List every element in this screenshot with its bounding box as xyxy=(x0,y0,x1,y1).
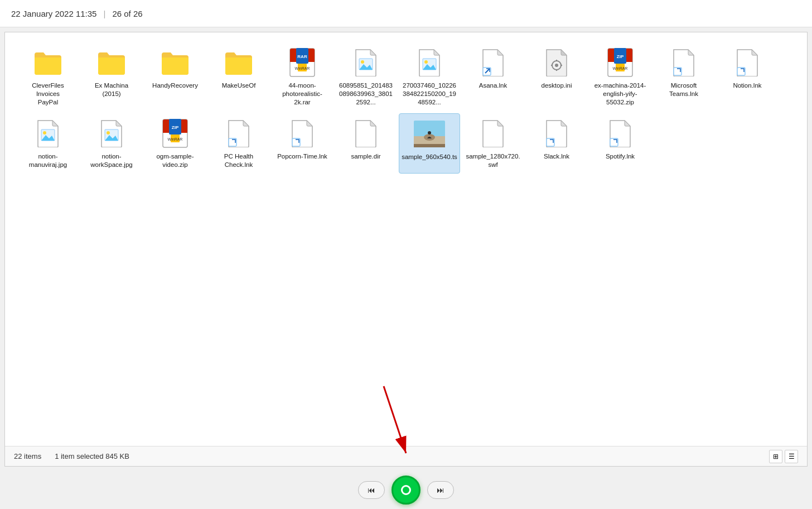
file-label: sample_1280x720.swf xyxy=(465,152,521,169)
file-label: ex-machina-2014-english-yify-55032.zip xyxy=(592,81,648,107)
folder-icon xyxy=(223,47,254,78)
svg-point-30 xyxy=(107,131,110,135)
next-icon: ⏭ xyxy=(437,486,444,494)
folder-icon xyxy=(32,47,64,78)
file-label: notion-manuviraj.jpg xyxy=(20,152,76,169)
file-label: sample.dir xyxy=(351,152,380,161)
file-item[interactable]: sample_1280x720.swf xyxy=(462,113,524,174)
file-label: 44-moon-photorealistic-2k.rar xyxy=(274,81,330,107)
grid-view-button[interactable]: ⊞ xyxy=(769,450,782,463)
folder-icon xyxy=(96,47,127,78)
prev-button[interactable]: ⏮ xyxy=(358,481,385,499)
image-file-icon xyxy=(350,47,381,78)
file-item[interactable]: 270037460_10226384822150200_1948592... xyxy=(399,42,460,111)
file-label: Ex Machina(2015) xyxy=(95,81,128,98)
file-label: Popcorn-Time.lnk xyxy=(277,152,327,161)
file-item[interactable]: desktop.ini xyxy=(526,42,587,111)
file-item[interactable]: ZIP WinRAR ex-machina-2014-english-yify-… xyxy=(589,42,651,111)
play-center-button[interactable] xyxy=(392,476,420,505)
file-item[interactable]: Asana.lnk xyxy=(462,42,524,111)
file-label: desktop.ini xyxy=(542,81,572,90)
separator: | xyxy=(103,9,105,18)
lnk-file-icon xyxy=(541,118,572,149)
image-file-icon xyxy=(32,118,64,149)
file-item[interactable]: PC Health Check.lnk xyxy=(208,113,269,174)
lnk-file-icon xyxy=(223,118,254,149)
file-label: PC Health Check.lnk xyxy=(211,152,267,169)
video-thumbnail-icon xyxy=(414,118,445,150)
play-inner-circle xyxy=(401,485,411,495)
file-label: sample_960x540.ts xyxy=(402,153,457,161)
prev-icon: ⏮ xyxy=(368,486,375,494)
zip-file-icon: ZIP WinRAR xyxy=(605,47,636,78)
file-item[interactable]: sample.dir xyxy=(335,113,397,174)
file-label: Microsoft Teams.lnk xyxy=(656,81,712,98)
file-item-selected[interactable]: sample_960x540.ts xyxy=(399,113,460,174)
file-item[interactable]: HandyRecovery xyxy=(144,42,206,111)
file-item[interactable]: ZIP WinRAR ogm-sample-video.zip xyxy=(144,113,206,174)
svg-point-44 xyxy=(428,131,431,135)
file-label: 270037460_10226384822150200_1948592... xyxy=(402,81,457,107)
list-view-button[interactable]: ☰ xyxy=(785,450,798,463)
file-label: CleverFilesInvoicesPayPal xyxy=(32,81,64,107)
svg-text:RAR: RAR xyxy=(297,54,307,59)
main-panel: CleverFilesInvoicesPayPal Ex Machina(201… xyxy=(4,32,808,467)
lnk-file-icon xyxy=(477,47,509,78)
file-label: Spotify.lnk xyxy=(606,152,635,161)
svg-text:ZIP: ZIP xyxy=(617,54,624,59)
file-item[interactable]: RAR WinRAR 44-moon-photorealistic-2k.rar xyxy=(272,42,333,111)
file-label: HandyRecovery xyxy=(152,81,198,90)
file-item[interactable]: Slack.lnk xyxy=(526,113,587,174)
file-label: 60895851_2014830898639963_38012592... xyxy=(338,81,394,107)
svg-point-9 xyxy=(361,60,364,64)
lnk-file-icon xyxy=(287,118,318,149)
generic-file-icon xyxy=(477,118,509,149)
status-bar: 22 items 1 item selected 845 KB ⊞ ☰ xyxy=(5,446,807,466)
count-label: 26 of 26 xyxy=(112,9,142,18)
file-item[interactable]: notion-workSpace.jpg xyxy=(81,113,142,174)
zip-file-icon: ZIP WinRAR xyxy=(160,118,191,149)
settings-file-icon xyxy=(541,47,572,78)
datetime-label: 22 January 2022 11:35 xyxy=(11,9,96,18)
svg-text:WinRAR: WinRAR xyxy=(295,66,310,70)
file-label: ogm-sample-video.zip xyxy=(147,152,203,169)
file-item[interactable]: Ex Machina(2015) xyxy=(81,42,142,111)
file-item[interactable]: Notion.lnk xyxy=(717,42,778,111)
image-file-icon xyxy=(414,47,445,78)
items-count-label: 22 items xyxy=(14,452,41,460)
file-label: Slack.lnk xyxy=(544,152,569,161)
file-item[interactable]: CleverFilesInvoicesPayPal xyxy=(17,42,79,111)
media-controls: ⏮ ⏭ xyxy=(0,471,812,509)
file-item[interactable]: notion-manuviraj.jpg xyxy=(17,113,79,174)
selected-info-label: 1 item selected 845 KB xyxy=(55,452,129,460)
svg-text:ZIP: ZIP xyxy=(172,125,179,130)
file-grid: CleverFilesInvoicesPayPal Ex Machina(201… xyxy=(5,32,807,446)
file-label: Asana.lnk xyxy=(479,81,508,90)
svg-point-12 xyxy=(424,60,428,64)
file-item[interactable]: MakeUseOf xyxy=(208,42,269,111)
file-item[interactable]: 60895851_2014830898639963_38012592... xyxy=(335,42,397,111)
svg-rect-43 xyxy=(414,144,445,147)
generic-file-icon xyxy=(350,118,381,149)
svg-text:WinRAR: WinRAR xyxy=(168,137,183,141)
view-buttons-group: ⊞ ☰ xyxy=(769,450,798,463)
folder-icon xyxy=(160,47,191,78)
svg-point-27 xyxy=(43,131,46,135)
file-item[interactable]: Popcorn-Time.lnk xyxy=(272,113,333,174)
lnk-file-icon xyxy=(605,118,636,149)
image-file-icon xyxy=(96,118,127,149)
lnk-file-icon xyxy=(668,47,699,78)
svg-point-15 xyxy=(555,64,558,67)
svg-text:WinRAR: WinRAR xyxy=(613,66,628,70)
file-item[interactable]: Microsoft Teams.lnk xyxy=(653,42,714,111)
file-label: notion-workSpace.jpg xyxy=(84,152,139,169)
rar-icon: RAR WinRAR xyxy=(287,47,318,78)
file-item[interactable]: Spotify.lnk xyxy=(589,113,651,174)
header-bar: 22 January 2022 11:35 | 26 of 26 xyxy=(0,0,812,27)
lnk-file-icon xyxy=(732,47,763,78)
next-button[interactable]: ⏭ xyxy=(427,481,454,499)
file-label: Notion.lnk xyxy=(733,81,761,90)
file-label: MakeUseOf xyxy=(222,81,256,90)
